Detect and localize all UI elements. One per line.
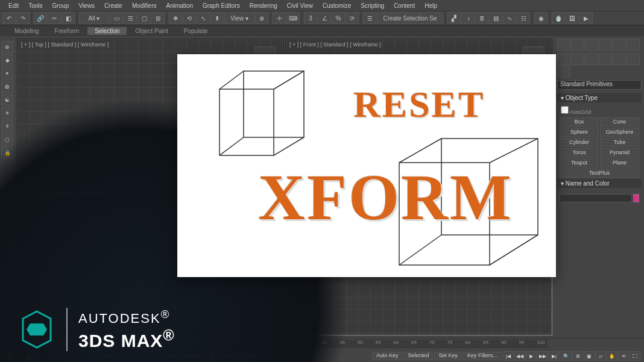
menu-create[interactable]: Create [99,2,127,10]
select-icon[interactable]: ▭ [110,12,123,24]
create-panel-icon[interactable] [557,39,570,51]
scale-icon[interactable]: ⤡ [197,12,210,24]
menu-help[interactable]: Help [420,2,442,10]
color-swatch[interactable] [633,194,639,202]
placement-icon[interactable]: ⬍ [210,12,224,24]
window-crossing-icon[interactable]: ⊞ [151,12,165,24]
menu-scripting[interactable]: Scripting [356,2,389,10]
play-icon[interactable]: ▶ [526,351,537,361]
menu-tools[interactable]: Tools [24,2,47,10]
angle-snap-icon[interactable]: ∠ [318,12,331,24]
prim-tube-button[interactable]: Tube [600,138,639,147]
prim-teapot-button[interactable]: Teapot [560,158,599,167]
menu-animation[interactable]: Animation [161,2,197,10]
selection-set-dropdown[interactable]: Create Selection Se [377,12,443,24]
pan-icon[interactable]: ✋ [607,351,617,361]
menu-rendering[interactable]: Rendering [245,2,282,10]
select-region-icon[interactable]: ▢ [137,12,151,24]
layers-icon[interactable]: ≣ [475,12,488,24]
menu-modifiers[interactable]: Modifiers [127,2,162,10]
auto-key-button[interactable]: Auto Key [372,352,403,360]
primitive-type-dropdown[interactable]: Standard Primitives [557,80,642,90]
schematic-icon[interactable]: ☷ [517,12,530,24]
prev-frame-icon[interactable]: ◀◀ [514,351,525,361]
prim-plane-button[interactable]: Plane [600,158,639,167]
fov-icon[interactable]: ▱ [595,351,606,361]
toggle-ribbon-icon[interactable]: ▤ [489,12,502,24]
next-frame-icon[interactable]: ▶▶ [537,351,548,361]
spinner-snap-icon[interactable]: ⟳ [346,12,359,24]
keyboard-shortcut-icon[interactable]: ⌨ [286,12,300,24]
ref-coord-dropdown[interactable]: View ▾ [224,12,254,24]
cameras-cat-icon[interactable] [599,53,612,65]
render-setup-icon[interactable]: 🍵 [552,12,565,24]
prim-geosphere-button[interactable]: GeoSphere [600,128,639,137]
select-name-icon[interactable]: ☰ [124,12,137,24]
prim-cone-button[interactable]: Cone [600,117,639,126]
link-icon[interactable]: 🔗 [34,12,47,24]
zoom-all-icon[interactable]: ⊞ [572,351,583,361]
align-icon[interactable]: ⫞ [461,12,475,24]
rollout-name-color[interactable]: ▾ Name and Color [557,179,642,188]
set-key-button[interactable]: Set Key [434,352,462,360]
material-editor-icon[interactable]: ◉ [534,12,548,24]
menu-group[interactable]: Group [48,2,74,10]
prim-cylinder-button[interactable]: Cylinder [560,138,599,147]
pivot-icon[interactable]: ⊕ [255,12,268,24]
rendered-frame-icon[interactable]: 🖼 [566,12,579,24]
snap-toggle-icon[interactable]: 3 [304,12,317,24]
tab-object-paint[interactable]: Object Paint [128,27,175,35]
mirror-icon[interactable]: ▞ [447,12,461,24]
move-icon[interactable]: ✥ [169,12,182,24]
rollout-object-type[interactable]: ▾ Object Type [557,93,642,102]
utilities-panel-icon[interactable] [627,39,640,51]
goto-end-icon[interactable]: ▶| [549,351,560,361]
select-manipulate-icon[interactable]: ☩ [273,12,286,24]
spacewarp-cat-icon[interactable] [627,53,640,65]
undo-icon[interactable]: ↶ [2,12,16,24]
hierarchy-panel-icon[interactable] [585,39,598,51]
zoom-extents-icon[interactable]: ▣ [584,351,595,361]
rotate-icon[interactable]: ⟲ [183,12,196,24]
tab-freeform[interactable]: Freeform [48,27,87,35]
object-name-input[interactable] [560,194,632,202]
paint-tool-icon[interactable]: ✿ [1,81,13,93]
display-panel-icon[interactable] [613,39,626,51]
freeform-tool-icon[interactable]: ✦ [1,67,13,80]
maximize-viewport-icon[interactable]: ⛶ [630,351,640,361]
helpers-cat-icon[interactable] [613,53,626,65]
tab-modeling[interactable]: Modeling [7,27,46,35]
selection-tool-icon[interactable]: ☯ [1,94,13,106]
percent-snap-icon[interactable]: % [332,12,345,24]
menu-civil-view[interactable]: Civil View [282,2,318,10]
curve-editor-icon[interactable]: ∿ [503,12,516,24]
modeling-tool-icon[interactable]: ◆ [1,54,13,66]
prim-box-button[interactable]: Box [560,117,599,126]
populate-tool-icon[interactable]: ⚘ [1,120,13,133]
motion-panel-icon[interactable] [599,39,612,51]
menu-content[interactable]: Content [389,2,420,10]
zoom-icon[interactable]: 🔍 [561,351,572,361]
menu-customize[interactable]: Customize [318,2,356,10]
prim-sphere-button[interactable]: Sphere [560,128,599,137]
unlink-icon[interactable]: ✂ [48,12,61,24]
selected-dropdown[interactable]: Selected [403,352,433,360]
goto-start-icon[interactable]: |◀ [503,351,514,361]
prim-textplus-button[interactable]: TextPlus [560,169,639,178]
prim-pyramid-button[interactable]: Pyramid [600,148,639,157]
menu-graph-editors[interactable]: Graph Editors [198,2,245,10]
prim-torus-button[interactable]: Torus [560,148,599,157]
bind-icon[interactable]: ◧ [62,12,75,24]
modify-panel-icon[interactable] [571,39,584,51]
lighting-tool-icon[interactable]: ☀ [1,107,13,119]
select-filter-dropdown[interactable]: All ▾ [79,12,109,24]
geometry-cat-icon[interactable] [557,53,570,65]
key-filters-button[interactable]: Key Filters... [463,352,502,360]
orbit-icon[interactable]: ⟲ [618,351,629,361]
render-production-icon[interactable]: ▶ [579,12,593,24]
shapes-cat-icon[interactable] [571,53,584,65]
lights-cat-icon[interactable] [585,53,598,65]
tab-populate[interactable]: Populate [177,27,215,35]
edit-selection-set-icon[interactable]: ☰ [363,12,376,24]
menu-edit[interactable]: Edit [4,2,24,10]
